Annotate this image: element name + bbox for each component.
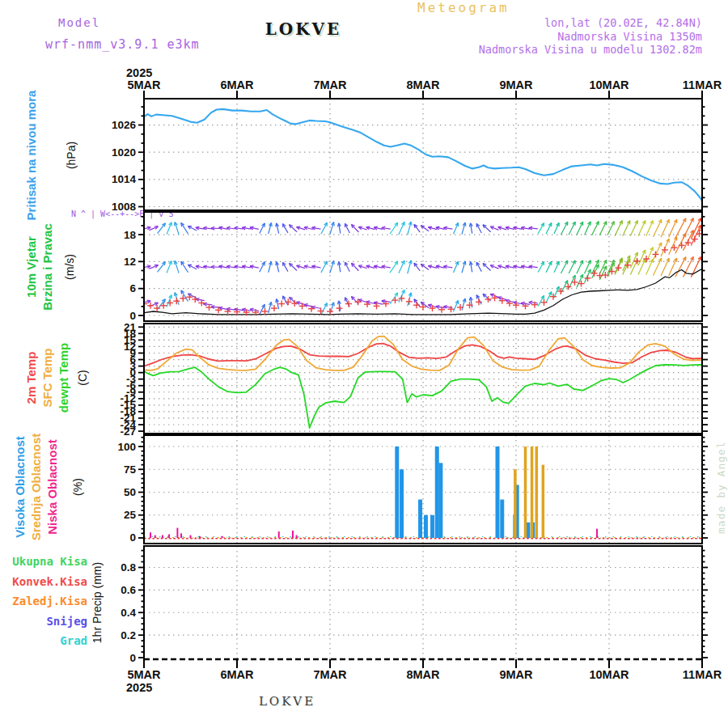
- svg-text:6MAR: 6MAR: [220, 668, 254, 681]
- svg-text:8MAR: 8MAR: [406, 668, 440, 681]
- svg-text:11MAR: 11MAR: [683, 78, 722, 91]
- svg-text:100: 100: [117, 441, 136, 453]
- svg-text:1008: 1008: [112, 201, 137, 213]
- svg-text:8MAR: 8MAR: [406, 78, 440, 91]
- svg-text:50: 50: [124, 486, 136, 498]
- svg-text:0: 0: [129, 531, 136, 544]
- svg-text:10MAR: 10MAR: [589, 668, 629, 681]
- svg-text:7MAR: 7MAR: [313, 78, 347, 91]
- svg-text:1020: 1020: [112, 146, 136, 159]
- svg-text:2025: 2025: [126, 66, 152, 79]
- svg-text:1026: 1026: [112, 119, 137, 131]
- svg-text:0: 0: [129, 652, 136, 664]
- footer-station-title: LOKVE: [222, 694, 352, 709]
- meteogram-plot: 1026102010141008181260211815129630-3-6-9…: [0, 0, 728, 728]
- meteogram-page: Meteogram LOKVE Model wrf-nmm_v3.9.1 e3k…: [0, 0, 728, 728]
- svg-text:9MAR: 9MAR: [499, 668, 533, 681]
- svg-text:6MAR: 6MAR: [220, 78, 254, 91]
- svg-text:12: 12: [124, 256, 136, 268]
- svg-text:1014: 1014: [112, 173, 137, 185]
- svg-text:18: 18: [124, 229, 137, 241]
- svg-text:6: 6: [129, 282, 136, 294]
- svg-text:5MAR: 5MAR: [127, 78, 161, 91]
- svg-text:0: 0: [129, 310, 136, 322]
- gridlines: [144, 99, 702, 659]
- svg-text:9MAR: 9MAR: [499, 78, 533, 91]
- wind-panel-content: [141, 218, 705, 315]
- svg-text:0.4: 0.4: [121, 607, 136, 619]
- svg-text:75: 75: [124, 463, 137, 476]
- svg-text:10MAR: 10MAR: [589, 78, 629, 91]
- svg-text:0.2: 0.2: [121, 629, 136, 641]
- svg-text:25: 25: [124, 509, 137, 521]
- svg-text:11MAR: 11MAR: [683, 668, 722, 681]
- svg-text:5MAR: 5MAR: [127, 668, 161, 681]
- watermark: made by Angel: [715, 441, 727, 534]
- svg-text:7MAR: 7MAR: [313, 668, 347, 681]
- svg-text:0.6: 0.6: [121, 584, 136, 596]
- svg-text:-27: -27: [120, 425, 136, 438]
- svg-text:0.8: 0.8: [121, 561, 136, 574]
- svg-text:2025: 2025: [126, 681, 152, 694]
